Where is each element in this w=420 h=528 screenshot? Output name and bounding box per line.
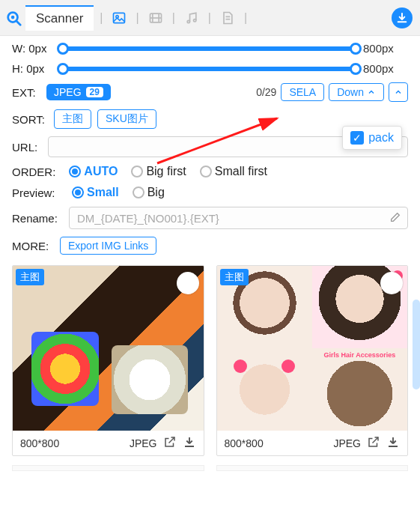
- toolbar-separator: |: [240, 11, 252, 25]
- tab-scanner[interactable]: Scanner: [25, 5, 94, 31]
- result-card[interactable]: 主图 800*800 JPEG: [12, 265, 204, 456]
- order-auto-label: AUTO: [84, 165, 118, 178]
- ext-row: EXT: JPEG 29 0/29 SELA Down: [12, 82, 408, 102]
- toolbar-separator: |: [204, 11, 216, 25]
- more-label: MORE:: [12, 240, 52, 252]
- preview-label: Preview:: [12, 186, 58, 199]
- preview-big-radio[interactable]: Big: [133, 186, 165, 199]
- width-min-label: W: 0px: [12, 42, 55, 55]
- order-auto-radio[interactable]: AUTO: [69, 165, 118, 178]
- selection-counter: 0/29: [256, 86, 276, 98]
- edit-icon[interactable]: [389, 211, 401, 225]
- svg-point-9: [187, 20, 189, 22]
- toolbar-separator: |: [95, 11, 107, 25]
- preview-row: Preview: Small Big: [12, 186, 408, 199]
- order-big-label: Big first: [146, 165, 186, 178]
- select-circle[interactable]: [177, 272, 199, 294]
- download-all-button[interactable]: [392, 7, 413, 28]
- sort-main-image-button[interactable]: 主图: [54, 109, 91, 129]
- preview-small-label: Small: [87, 186, 119, 199]
- svg-line-1: [16, 20, 20, 24]
- scrollbar-thumb[interactable]: [413, 300, 420, 389]
- height-slider[interactable]: [55, 67, 363, 71]
- open-link-icon[interactable]: [367, 435, 380, 451]
- ext-label: EXT:: [12, 86, 42, 99]
- radio-icon: [131, 166, 143, 177]
- ext-pill-count: 29: [86, 87, 103, 97]
- result-card[interactable]: 主图 800*800 JPEG: [216, 265, 409, 456]
- pack-label: pack: [368, 131, 394, 145]
- width-slider-row: W: 0px 800px: [12, 42, 408, 55]
- height-slider-row: H: 0px 800px: [12, 62, 408, 75]
- image-dimensions: 800*800: [225, 437, 264, 449]
- svg-point-10: [193, 19, 195, 21]
- pack-checkbox[interactable]: ✓: [350, 131, 364, 145]
- order-big-first-radio[interactable]: Big first: [131, 165, 186, 178]
- image-ext: JPEG: [333, 437, 361, 449]
- document-icon[interactable]: [216, 10, 240, 25]
- ext-pill-name: JPEG: [54, 86, 82, 98]
- down-label: Down: [337, 86, 364, 98]
- rename-input[interactable]: DM_{DATE}_{NO001}.{EXT}: [69, 207, 408, 229]
- order-row: ORDER: AUTO Big first Small first: [12, 165, 408, 178]
- order-label: ORDER:: [12, 166, 55, 178]
- radio-icon: [69, 166, 81, 177]
- thumbnail-overlay-text: [312, 348, 407, 431]
- thumbnail-image[interactable]: 主图: [13, 266, 204, 431]
- toolbar-separator: |: [168, 11, 180, 25]
- radio-icon: [133, 186, 144, 198]
- export-img-links-button[interactable]: Export IMG Links: [60, 237, 156, 255]
- ext-jpeg-pill[interactable]: JPEG 29: [46, 84, 111, 100]
- chevron-up-icon: [367, 88, 376, 97]
- image-icon[interactable]: [107, 10, 131, 25]
- more-row: MORE: Export IMG Links: [12, 237, 408, 255]
- app-logo-icon: [3, 7, 24, 28]
- main-image-badge: 主图: [220, 269, 249, 285]
- card-footer: 800*800 JPEG: [217, 431, 408, 455]
- results-grid-next-row: [0, 465, 420, 471]
- order-small-label: Small first: [215, 165, 267, 178]
- collapse-button[interactable]: [389, 82, 408, 102]
- download-icon[interactable]: [386, 435, 400, 451]
- card-footer: 800*800 JPEG: [13, 431, 204, 455]
- image-ext: JPEG: [130, 437, 157, 449]
- rename-placeholder: DM_{DATE}_{NO001}.{EXT}: [77, 212, 219, 225]
- width-slider[interactable]: [55, 46, 363, 51]
- pack-option-popover[interactable]: ✓ pack: [342, 126, 402, 150]
- svg-point-2: [11, 15, 15, 19]
- radio-icon: [72, 186, 84, 198]
- video-icon[interactable]: [144, 10, 168, 25]
- sort-label: SORT:: [12, 113, 48, 126]
- image-dimensions: 800*800: [20, 437, 59, 449]
- width-max-label: 800px: [363, 42, 408, 55]
- open-link-icon[interactable]: [163, 435, 177, 451]
- svg-rect-3: [114, 13, 125, 22]
- order-small-first-radio[interactable]: Small first: [200, 165, 267, 178]
- sort-sku-image-button[interactable]: SKU图片: [97, 109, 156, 129]
- result-card-placeholder: [216, 465, 409, 471]
- results-grid: 主图 800*800 JPEG 主图 800*800: [0, 259, 420, 462]
- download-dropdown-button[interactable]: Down: [329, 83, 384, 101]
- result-card-placeholder: [12, 465, 204, 471]
- url-label: URL:: [12, 141, 42, 154]
- select-circle[interactable]: [380, 272, 403, 294]
- download-icon[interactable]: [183, 435, 196, 451]
- main-image-badge: 主图: [16, 269, 44, 285]
- rename-label: Rename:: [12, 212, 61, 225]
- height-min-label: H: 0px: [12, 62, 55, 75]
- select-all-button[interactable]: SELA: [281, 83, 324, 101]
- radio-icon: [200, 166, 212, 177]
- rename-row: Rename: DM_{DATE}_{NO001}.{EXT}: [12, 207, 408, 229]
- top-toolbar: Scanner | | | | |: [0, 0, 420, 36]
- preview-small-radio[interactable]: Small: [72, 186, 119, 199]
- thumbnail-image[interactable]: 主图: [217, 266, 408, 431]
- audio-icon[interactable]: [180, 10, 204, 25]
- toolbar-separator: |: [131, 11, 143, 25]
- height-max-label: 800px: [363, 62, 408, 75]
- preview-big-label: Big: [147, 186, 165, 199]
- chevron-up-icon: [394, 88, 403, 97]
